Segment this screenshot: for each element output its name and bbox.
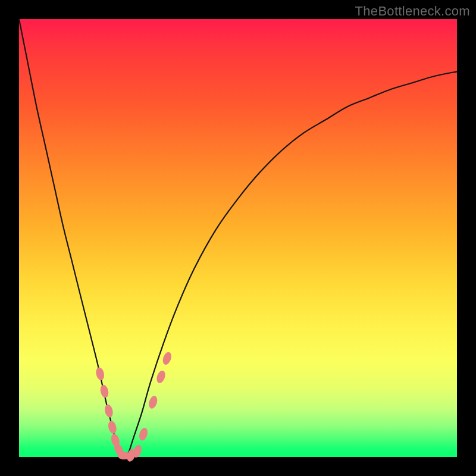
curve-marker — [99, 384, 110, 398]
plot-area — [19, 19, 457, 457]
curve-marker — [148, 395, 159, 410]
curve-layer — [19, 19, 457, 457]
curve-marker — [104, 404, 114, 418]
watermark-text: TheBottleneck.com — [355, 4, 470, 19]
curve-marker — [95, 367, 105, 381]
bottleneck-curve — [19, 19, 457, 457]
chart-container: TheBottleneck.com — [0, 0, 476, 476]
curve-markers — [95, 351, 173, 463]
curve-marker — [107, 420, 118, 434]
curve-marker — [138, 427, 149, 441]
curve-marker — [155, 369, 167, 384]
curve-marker — [161, 351, 173, 366]
